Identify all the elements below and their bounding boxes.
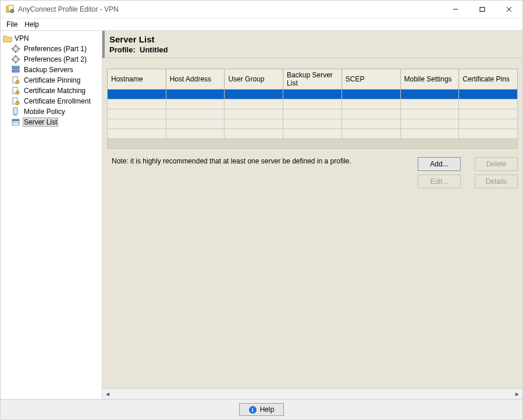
svg-point-2 [10, 9, 14, 13]
tree-item-label: Certificate Enrollment [23, 97, 92, 105]
tree-item-backup-servers[interactable]: Backup Servers [10, 65, 101, 75]
table-cell [459, 109, 518, 119]
table-cell [459, 90, 518, 99]
footer: i Help [1, 399, 522, 419]
tree-item-preferences-part-2-[interactable]: Preferences (Part 2) [10, 54, 101, 65]
col-backup-server-list[interactable]: Backup Server List [283, 69, 342, 90]
help-button[interactable]: i Help [239, 403, 284, 416]
tree-item-label: Mobile Policy [23, 108, 66, 116]
table-cell [283, 99, 342, 109]
table-cell [341, 99, 400, 109]
details-button: Details [475, 175, 518, 188]
col-host-address[interactable]: Host Address [166, 69, 225, 90]
body: VPN Preferences (Part 1)Preferences (Par… [1, 31, 522, 399]
tree-item-certificate-matching[interactable]: Certificate Matching [10, 86, 101, 96]
table-cell [108, 129, 166, 139]
table-cell [225, 109, 283, 119]
tree-item-label: Certificate Pinning [23, 76, 81, 84]
content-body: HostnameHost AddressUser GroupBackup Ser… [102, 58, 522, 399]
table-cell [341, 129, 400, 139]
svg-rect-19 [12, 66, 19, 69]
tree-item-label: Preferences (Part 1) [23, 45, 88, 53]
cert-icon [11, 86, 20, 95]
table-cell [459, 99, 518, 109]
table-cell [225, 90, 283, 99]
scroll-left-icon[interactable]: ◂ [102, 389, 113, 399]
page-title: Server List [109, 34, 517, 44]
col-hostname[interactable]: Hostname [108, 69, 166, 90]
table-cell [166, 109, 225, 119]
table-row[interactable] [108, 119, 518, 129]
table-cell [225, 99, 283, 109]
tree-item-certificate-enrollment[interactable]: Certificate Enrollment [10, 96, 101, 106]
col-certificate-pins[interactable]: Certificate Pins [459, 69, 518, 90]
menu-file[interactable]: File [3, 20, 21, 29]
minimize-button[interactable] [442, 1, 469, 18]
tree-item-certificate-pinning[interactable]: Certificate Pinning [10, 75, 101, 86]
table-row[interactable] [108, 99, 518, 109]
tree-item-label: Backup Servers [23, 66, 74, 74]
svg-point-28 [15, 113, 16, 115]
table-footer-row [108, 139, 518, 149]
app-window: AnyConnect Profile Editor - VPN File Hel… [0, 0, 523, 420]
table-cell [225, 129, 283, 139]
folder-icon [3, 34, 12, 43]
table-cell [341, 119, 400, 129]
app-icon [5, 5, 15, 14]
table-cell [459, 129, 518, 139]
tree-item-server-list[interactable]: Server List [10, 117, 101, 127]
table-cell [108, 90, 166, 99]
svg-rect-32 [12, 119, 19, 121]
server-table[interactable]: HostnameHost AddressUser GroupBackup Ser… [107, 69, 518, 149]
menubar: File Help [1, 19, 522, 31]
cert-icon [11, 76, 20, 85]
tree-children: Preferences (Part 1)Preferences (Part 2)… [10, 44, 101, 127]
table-cell [283, 129, 342, 139]
list-icon [11, 118, 20, 127]
menu-help[interactable]: Help [21, 20, 42, 29]
mobile-icon [11, 107, 20, 116]
table-cell [108, 119, 166, 129]
horizontal-scrollbar[interactable]: ◂ ▸ [102, 388, 522, 399]
table-cell [166, 90, 225, 99]
profile-line: Profile: Untitled [109, 45, 517, 54]
col-mobile-settings[interactable]: Mobile Settings [400, 69, 459, 90]
tree-item-preferences-part-1-[interactable]: Preferences (Part 1) [10, 44, 101, 54]
tree-root-vpn[interactable]: VPN [2, 33, 101, 44]
table-row[interactable] [108, 90, 518, 99]
help-button-label: Help [260, 405, 275, 414]
table-cell [283, 119, 342, 129]
tree-root-label: VPN [15, 34, 29, 42]
table-cell [283, 109, 342, 119]
profile-name: Untitled [140, 45, 168, 54]
below-row: Note: it is highly recommended that at l… [112, 157, 518, 188]
tree-item-label: Certificate Matching [23, 87, 87, 95]
svg-point-14 [15, 58, 16, 60]
table-row[interactable] [108, 129, 518, 139]
svg-point-24 [16, 91, 19, 94]
table-row[interactable] [108, 109, 518, 119]
svg-point-8 [15, 48, 16, 49]
maximize-button[interactable] [469, 1, 496, 18]
table-cell [341, 109, 400, 119]
scroll-right-icon[interactable]: ▸ [512, 389, 522, 399]
tree-item-mobile-policy[interactable]: Mobile Policy [10, 106, 101, 117]
col-scep[interactable]: SCEP [341, 69, 400, 90]
profile-label: Profile: [109, 45, 136, 54]
table-cell [283, 90, 342, 99]
table-cell [400, 99, 459, 109]
close-button[interactable] [496, 1, 522, 18]
note-text: Note: it is highly recommended that at l… [112, 157, 406, 165]
sidebar: VPN Preferences (Part 1)Preferences (Par… [1, 31, 102, 399]
svg-point-26 [16, 101, 19, 105]
titlebar: AnyConnect Profile Editor - VPN [1, 1, 522, 19]
table-cell [108, 109, 166, 119]
add-button[interactable]: Add... [418, 157, 461, 171]
col-user-group[interactable]: User Group [225, 69, 283, 90]
info-icon: i [249, 406, 257, 414]
delete-button: Delete [475, 157, 518, 171]
svg-point-22 [16, 80, 19, 84]
table-cell [166, 99, 225, 109]
content-pane: Server List Profile: Untitled HostnameHo… [102, 31, 522, 399]
content-header: Server List Profile: Untitled [102, 31, 522, 58]
